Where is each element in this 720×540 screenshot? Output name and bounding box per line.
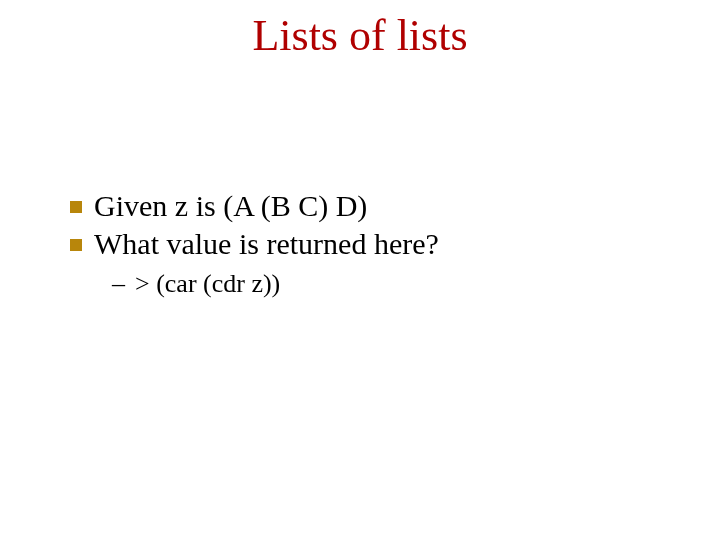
dash-bullet-icon: – <box>112 268 125 299</box>
sub-bullet-text: > (car (cdr z)) <box>135 268 280 299</box>
square-bullet-icon <box>70 239 82 251</box>
bullet-item: Given z is (A (B C) D) <box>70 188 670 224</box>
bullet-item: What value is returned here? <box>70 226 670 262</box>
sub-bullet-item: – > (car (cdr z)) <box>112 268 670 299</box>
slide: Lists of lists Given z is (A (B C) D) Wh… <box>0 0 720 540</box>
slide-body: Given z is (A (B C) D) What value is ret… <box>70 188 670 299</box>
square-bullet-icon <box>70 201 82 213</box>
slide-title: Lists of lists <box>0 10 720 61</box>
bullet-text: What value is returned here? <box>94 226 439 262</box>
bullet-text: Given z is (A (B C) D) <box>94 188 367 224</box>
